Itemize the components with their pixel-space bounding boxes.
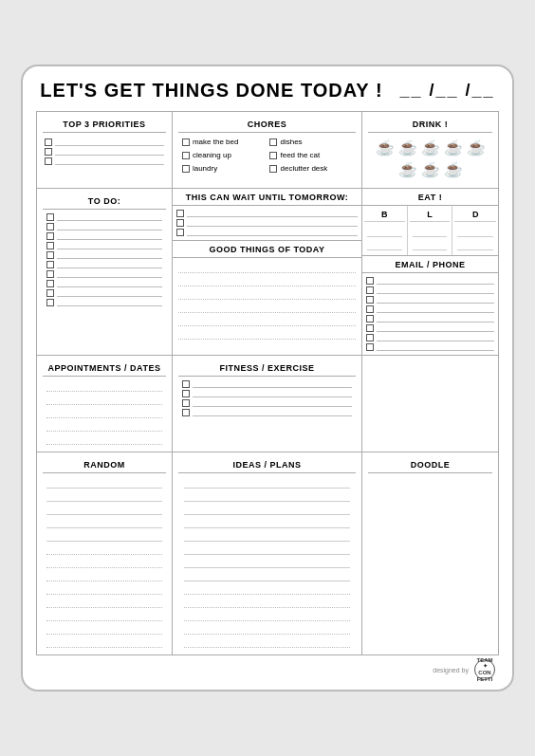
chore-declutter-desk[interactable]: declutter desk <box>269 164 352 173</box>
mug-icon-8[interactable]: ☕ <box>444 160 463 178</box>
good-line-3[interactable] <box>178 287 356 300</box>
eat-d-line-2[interactable] <box>457 238 493 250</box>
chore-dishes[interactable]: dishes <box>269 138 352 146</box>
random-line-8[interactable] <box>46 569 162 581</box>
random-line-13[interactable] <box>46 636 162 648</box>
ideas-line-7[interactable] <box>184 556 350 568</box>
eat-b-line-1[interactable] <box>367 225 402 237</box>
priority-row-3[interactable] <box>45 157 164 165</box>
ideas-list <box>178 473 356 651</box>
email-row-8[interactable] <box>366 343 494 351</box>
mug-icon-4[interactable]: ☕ <box>444 138 463 157</box>
good-line-2[interactable] <box>178 274 356 286</box>
ideas-line-2[interactable] <box>184 489 350 502</box>
wait-section: THIS CAN WAIT UNTIL TOMORROW: <box>173 189 361 241</box>
chores-list: make the bed dishes cleaning up feed the… <box>178 133 356 177</box>
good-line-5[interactable] <box>178 314 356 326</box>
good-line-6[interactable] <box>178 327 356 340</box>
chore-make-bed[interactable]: make the bed <box>182 138 265 146</box>
todo-row-3[interactable] <box>46 232 162 240</box>
date-field[interactable]: __ /__ /__ <box>400 81 495 101</box>
wait-row-2[interactable] <box>176 219 358 227</box>
ideas-line-13[interactable] <box>184 636 350 648</box>
email-row-3[interactable] <box>366 296 494 304</box>
eat-l-line-1[interactable] <box>413 225 448 237</box>
random-line-11[interactable] <box>46 609 162 621</box>
todo-row-2[interactable] <box>46 223 162 230</box>
doodle-area[interactable] <box>368 473 492 606</box>
good-line-1[interactable] <box>178 261 356 273</box>
todo-row-1[interactable] <box>46 213 162 221</box>
email-row-6[interactable] <box>366 324 494 332</box>
email-list <box>362 273 498 355</box>
fitness-row-2[interactable] <box>182 390 352 397</box>
eat-b-line-2[interactable] <box>367 238 402 250</box>
eat-d-line-1[interactable] <box>457 225 493 237</box>
random-line-1[interactable] <box>46 476 162 489</box>
mug-icon-7[interactable]: ☕ <box>421 160 440 178</box>
wait-row-3[interactable] <box>176 229 358 236</box>
chore-feed-cat[interactable]: feed the cat <box>269 151 352 159</box>
appt-line-1[interactable] <box>46 379 162 392</box>
ideas-line-5[interactable] <box>184 529 350 542</box>
fitness-row-1[interactable] <box>182 380 352 388</box>
ideas-line-4[interactable] <box>184 516 350 528</box>
todo-row-4[interactable] <box>46 242 162 249</box>
random-line-5[interactable] <box>46 529 162 542</box>
priority-row-1[interactable] <box>45 138 164 146</box>
ideas-line-10[interactable] <box>184 596 350 608</box>
appt-line-3[interactable] <box>46 406 162 418</box>
fitness-list <box>178 377 356 420</box>
random-line-10[interactable] <box>46 596 162 608</box>
mug-icon-2[interactable]: ☕ <box>398 138 417 157</box>
random-line-12[interactable] <box>46 622 162 635</box>
email-row-4[interactable] <box>366 305 494 313</box>
mug-icon-3[interactable]: ☕ <box>421 138 440 157</box>
mug-icon-6[interactable]: ☕ <box>398 160 417 178</box>
ideas-line-6[interactable] <box>184 543 350 555</box>
ideas-line-8[interactable] <box>184 569 350 581</box>
appt-line-2[interactable] <box>46 393 162 405</box>
wait-header: THIS CAN WAIT UNTIL TOMORROW: <box>173 189 361 206</box>
random-line-9[interactable] <box>46 582 162 595</box>
priority-row-2[interactable] <box>45 148 164 156</box>
appt-line-5[interactable] <box>46 433 162 445</box>
email-row-5[interactable] <box>366 315 494 323</box>
email-row-7[interactable] <box>366 334 494 341</box>
planner-page: LET'S GET THINGS DONE TODAY ! __ /__ /__… <box>21 65 514 691</box>
ideas-line-11[interactable] <box>184 609 350 621</box>
ideas-line-1[interactable] <box>184 476 350 489</box>
eat-section: EAT ! B L <box>362 189 498 256</box>
random-line-7[interactable] <box>46 556 162 568</box>
ideas-line-9[interactable] <box>184 582 350 595</box>
chore-cleaning-up[interactable]: cleaning up <box>182 151 265 159</box>
todo-row-7[interactable] <box>46 270 162 278</box>
eat-l-line-2[interactable] <box>413 238 448 250</box>
chore-laundry[interactable]: laundry <box>182 164 265 173</box>
mug-icon-1[interactable]: ☕ <box>376 138 395 157</box>
ideas-line-12[interactable] <box>184 622 350 635</box>
mug-icon-5[interactable]: ☕ <box>467 138 486 157</box>
drink-header: DRINK ! <box>368 116 492 133</box>
fitness-row-3[interactable] <box>182 399 352 407</box>
random-line-2[interactable] <box>46 489 162 502</box>
todo-row-6[interactable] <box>46 261 162 268</box>
todo-row-8[interactable] <box>46 280 162 287</box>
todo-header: TO DO: <box>43 193 166 210</box>
todo-row-9[interactable] <box>46 289 162 297</box>
todo-row-5[interactable] <box>46 251 162 259</box>
fitness-row-4[interactable] <box>182 409 352 416</box>
email-row-2[interactable] <box>366 286 494 294</box>
appt-line-4[interactable] <box>46 419 162 432</box>
good-section: GOOD THINGS OF TODAY <box>173 241 361 342</box>
appt-cell: APPOINTMENTS / DATES <box>37 356 173 452</box>
todo-row-10[interactable] <box>46 299 162 306</box>
random-line-6[interactable] <box>46 543 162 555</box>
email-row-1[interactable] <box>366 277 494 285</box>
random-line-4[interactable] <box>46 516 162 528</box>
random-line-3[interactable] <box>46 503 162 515</box>
good-line-4[interactable] <box>178 301 356 313</box>
todo-list <box>43 210 166 310</box>
wait-row-1[interactable] <box>176 210 358 217</box>
ideas-line-3[interactable] <box>184 503 350 515</box>
